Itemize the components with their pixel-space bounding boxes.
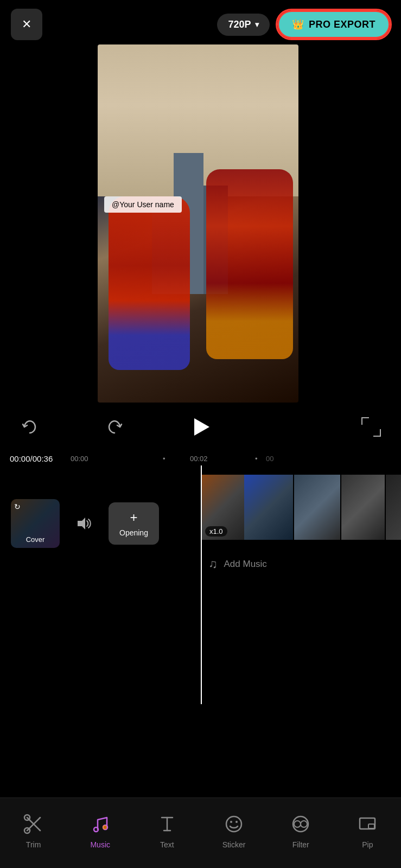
- music-icon: [88, 812, 112, 836]
- toolbar-filter[interactable]: Filter: [273, 812, 328, 849]
- svg-point-7: [103, 825, 107, 829]
- play-icon: [194, 418, 209, 436]
- pro-export-icon: 👑: [292, 18, 304, 30]
- thumb-5: [386, 475, 401, 540]
- trim-label: Trim: [26, 840, 41, 849]
- thumb-1: x1.0: [201, 475, 244, 540]
- header: ✕ 720P ▾ 👑 PRO EXPORT: [0, 0, 401, 43]
- close-button[interactable]: ✕: [11, 9, 42, 40]
- toolbar-sticker[interactable]: Sticker: [207, 812, 261, 849]
- text-icon: [155, 812, 179, 836]
- toolbar-music[interactable]: Music: [73, 812, 128, 849]
- time-marker-1: •: [163, 455, 166, 463]
- undo-icon: [20, 417, 40, 437]
- thumb-2: [244, 475, 293, 540]
- redo-button[interactable]: [101, 413, 128, 441]
- music-label: Music: [90, 840, 110, 849]
- timeline: 00:00/00:36 00:00 • 00:02 • 00: [0, 450, 401, 467]
- username-overlay: @Your User name: [104, 196, 182, 213]
- fullscreen-icon: [361, 417, 381, 437]
- svg-marker-0: [78, 518, 85, 529]
- refresh-icon: ↻: [14, 502, 25, 513]
- quality-selector[interactable]: 720P ▾: [217, 14, 270, 36]
- playhead: [201, 465, 202, 704]
- ironman-figure: [206, 169, 293, 359]
- svg-point-16: [301, 821, 307, 827]
- volume-icon: [74, 514, 94, 533]
- svg-point-11: [226, 816, 241, 832]
- svg-point-13: [235, 821, 238, 823]
- username-text: @Your User name: [112, 200, 174, 209]
- time-display: 00:00/00:36: [0, 454, 71, 463]
- music-note-icon: ♫: [208, 557, 218, 571]
- thumb-3: [294, 475, 340, 540]
- undo-button[interactable]: [16, 413, 43, 441]
- fullscreen-button[interactable]: [358, 413, 385, 441]
- time-marker-2: 00:02: [190, 455, 208, 463]
- video-track: x1.0 +: [201, 472, 401, 542]
- svg-rect-18: [368, 824, 374, 828]
- redo-icon: [105, 417, 124, 437]
- svg-point-12: [230, 821, 232, 823]
- close-icon: ✕: [22, 17, 31, 31]
- opening-button[interactable]: + Opening: [109, 502, 159, 545]
- time-marker-0: 00:00: [71, 455, 88, 463]
- volume-button[interactable]: [71, 510, 98, 537]
- text-label: Text: [160, 840, 174, 849]
- music-track[interactable]: ♫ Add Music: [201, 548, 401, 580]
- svg-point-5: [94, 827, 98, 832]
- time-markers: 00:00 • 00:02 • 00: [71, 450, 401, 467]
- video-preview: @Your User name: [98, 44, 298, 403]
- cover-label: Cover: [11, 535, 60, 544]
- pip-icon: [355, 812, 379, 836]
- time-marker-3: •: [255, 455, 258, 463]
- toolbar-text[interactable]: Text: [140, 812, 194, 849]
- pro-export-button[interactable]: 👑 PRO EXPORT: [277, 10, 390, 39]
- play-button[interactable]: [186, 412, 215, 442]
- sticker-label: Sticker: [222, 840, 246, 849]
- playback-controls: [0, 408, 401, 446]
- filter-label: Filter: [292, 840, 309, 849]
- spiderman-figure: [109, 196, 190, 370]
- thumb-4: [341, 475, 385, 540]
- toolbar-pip[interactable]: Pip: [340, 812, 394, 849]
- pip-label: Pip: [362, 840, 373, 849]
- sticker-icon: [222, 812, 246, 836]
- bottom-toolbar: Trim Music Text: [0, 797, 401, 868]
- trim-icon: [22, 812, 46, 836]
- pro-export-label: PRO EXPORT: [309, 19, 375, 30]
- add-music-text: Add Music: [224, 559, 267, 570]
- toolbar-trim[interactable]: Trim: [7, 812, 61, 849]
- svg-point-15: [294, 821, 301, 827]
- time-marker-4: 00: [266, 455, 273, 463]
- speed-badge: x1.0: [205, 526, 227, 537]
- cover-thumbnail[interactable]: ↻ Cover: [11, 499, 60, 548]
- chevron-down-icon: ▾: [255, 20, 259, 29]
- quality-label: 720P: [228, 19, 251, 30]
- filter-icon: [289, 812, 313, 836]
- opening-label: Opening: [119, 528, 148, 537]
- opening-plus-icon: +: [130, 510, 137, 525]
- left-panel: ↻ Cover + Opening: [0, 472, 201, 575]
